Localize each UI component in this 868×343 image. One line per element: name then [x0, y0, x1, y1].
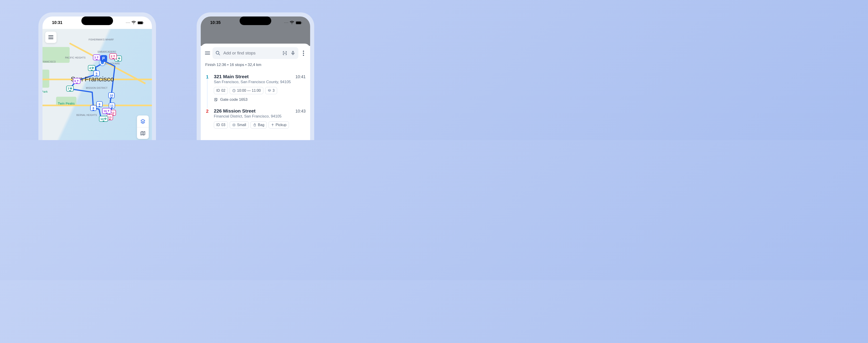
svg-rect-8 [292, 51, 293, 54]
map-type-button[interactable] [137, 127, 149, 139]
map-label: FISHERMAN'S WHARF [89, 38, 114, 41]
map-bg [42, 29, 152, 140]
stop-title: 226 Mission Street [214, 108, 255, 114]
chip-package: Bag [250, 121, 267, 129]
map-icon [140, 131, 146, 136]
map-marker[interactable]: 16 [102, 108, 111, 114]
map-marker[interactable]: 9 [96, 101, 103, 107]
map-label-park: Twin Peaks [58, 102, 75, 105]
map-label: FRANCISCO [42, 61, 56, 63]
map-marker[interactable]: 6 [73, 78, 81, 84]
bag-icon [253, 123, 256, 127]
stop-number: 2 [205, 108, 209, 129]
note-icon [214, 98, 218, 102]
size-icon [232, 123, 236, 127]
scan-icon [282, 51, 287, 56]
svg-rect-1 [138, 22, 143, 24]
map-marker[interactable]: 10 [108, 92, 115, 98]
chip-quantity: 3 [265, 87, 277, 94]
stop-chips: ID 02 10:00 — 11:00 3 [214, 87, 306, 94]
map-marker[interactable]: 11 [109, 102, 115, 108]
stop-item[interactable]: 2 226 Mission Street 10:43 Financial Dis… [205, 105, 306, 132]
chip-id: ID 03 [214, 121, 228, 129]
stop-title: 321 Main Street [214, 74, 249, 79]
map-controls [137, 116, 149, 139]
stop-address: Financial District, San Francisco, 94105 [214, 114, 306, 119]
wifi-icon [290, 21, 294, 24]
menu-button[interactable] [45, 32, 57, 43]
svg-rect-5 [302, 22, 302, 23]
map-marker[interactable]: 8 [90, 105, 96, 111]
map-marker[interactable]: 2 [110, 53, 117, 59]
chip-id: ID 02 [214, 87, 228, 94]
notch [240, 17, 271, 25]
wifi-icon [131, 21, 136, 24]
more-button[interactable] [301, 51, 306, 56]
stop-note: Gate code 1653 [214, 97, 306, 102]
hamburger-icon [49, 35, 53, 40]
hamburger-icon [205, 51, 210, 56]
layers-button[interactable] [137, 116, 149, 127]
sheet-header: Add or find stops [201, 47, 310, 62]
map[interactable]: FISHERMAN'S WHARF EMBARCADERO PACIFIC HE… [42, 29, 152, 140]
stop-chips: ID 03 Small Bag [214, 121, 306, 129]
screen-map: 10:31 [42, 17, 152, 140]
map-label: MISSION DISTRICT [86, 87, 107, 89]
svg-line-7 [219, 54, 220, 55]
chip-time-window: 10:00 — 11:00 [230, 87, 264, 94]
microphone-icon [291, 51, 295, 56]
map-label-park: Park [42, 90, 48, 93]
arrow-up-icon [271, 123, 274, 127]
stop-number: 1 [205, 74, 209, 102]
stop-eta: 10:43 [296, 109, 306, 114]
svg-rect-2 [143, 22, 144, 23]
dots-icon [126, 22, 130, 23]
screen-list: 10:35 Add or find [201, 17, 310, 140]
scan-button[interactable] [282, 51, 287, 56]
chip-type: Pickup [269, 121, 289, 129]
phone-mockup-map: 10:31 [38, 12, 156, 140]
map-marker[interactable]: 14 [99, 116, 108, 122]
stop-eta: 10:41 [296, 74, 306, 79]
map-marker[interactable]: 3 [93, 55, 100, 60]
status-indicators [284, 21, 302, 24]
menu-button[interactable] [205, 51, 210, 56]
stop-address: San Francisco, San Francisco County, 941… [214, 80, 306, 84]
battery-icon [137, 21, 144, 24]
map-label: BERNAL HEIGHTS [76, 114, 97, 116]
stop-item[interactable]: 1 321 Main Street 10:41 San Francisco, S… [205, 71, 306, 105]
notch [81, 17, 113, 25]
map-label: EMBARCADERO [98, 51, 116, 53]
phone-mockup-list: 10:35 Add or find [197, 12, 314, 140]
start-flag-marker[interactable] [100, 55, 107, 62]
battery-icon [296, 21, 302, 24]
search-placeholder: Add or find stops [223, 51, 279, 56]
search-input[interactable]: Add or find stops [213, 47, 298, 59]
dots-icon [284, 22, 288, 23]
status-time: 10:31 [52, 20, 62, 25]
voice-button[interactable] [290, 51, 296, 56]
map-marker[interactable]: 7 [66, 86, 74, 92]
map-marker[interactable]: 5 [93, 70, 100, 76]
status-indicators [126, 21, 144, 24]
chip-size: Small [230, 121, 249, 129]
layers-icon [268, 89, 271, 92]
bottom-sheet: Add or find stops Finish 12:36 • 16 stop… [201, 43, 310, 140]
stops-list: 1 321 Main Street 10:41 San Francisco, S… [201, 71, 310, 132]
map-label: PACIFIC HEIGHTS [65, 57, 86, 59]
status-time: 10:35 [210, 20, 221, 25]
svg-rect-4 [296, 22, 301, 24]
search-icon [215, 51, 221, 56]
layers-icon [140, 119, 146, 124]
map-marker[interactable]: 4 [88, 65, 95, 71]
clock-icon [232, 89, 236, 92]
route-summary: Finish 12:36 • 16 stops • 32,4 km [201, 62, 310, 71]
